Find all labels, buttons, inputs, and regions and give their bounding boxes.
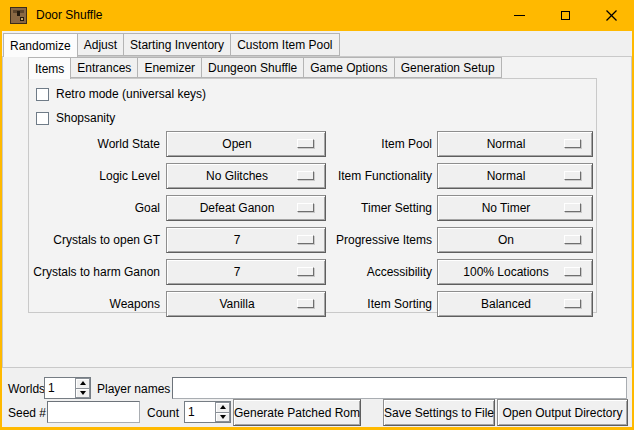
spinner-arrows (215, 402, 230, 422)
tab-game-options[interactable]: Game Options (303, 57, 394, 78)
dropdown-value: Balanced (481, 297, 531, 311)
progressive-items-dropdown[interactable]: On (437, 227, 593, 253)
checkbox-icon (36, 88, 49, 101)
logic-level-label: Logic Level (0, 163, 160, 189)
dropdown-indicator-icon (564, 171, 581, 180)
dropdown-value: Vanilla (219, 297, 254, 311)
window-border (0, 0, 2, 430)
dropdown-value: 7 (234, 233, 241, 247)
arrow-down-icon (220, 415, 226, 419)
dropdown-value: Normal (487, 137, 526, 151)
dropdown-value: 100% Locations (463, 265, 548, 279)
crystals-harm-ganon-label: Crystals to harm Ganon (0, 259, 160, 285)
goal-label: Goal (0, 195, 160, 221)
dropdown-value: Normal (487, 169, 526, 183)
tab-custom-item-pool[interactable]: Custom Item Pool (230, 33, 339, 56)
tab-dungeon-shuffle[interactable]: Dungeon Shuffle (201, 57, 304, 78)
tab-adjust[interactable]: Adjust (77, 33, 124, 56)
arrow-up-icon (220, 405, 226, 409)
dropdown-indicator-icon (564, 139, 581, 148)
minimize-button[interactable] (496, 0, 542, 31)
count-input[interactable] (185, 402, 215, 422)
dropdown-value: On (498, 233, 514, 247)
world-state-label: World State (0, 131, 160, 157)
dropdown-indicator-icon (564, 235, 581, 244)
titlebar: Door Shuffle (0, 0, 634, 31)
tab-label: Starting Inventory (130, 38, 224, 52)
generate-patched-rom-button[interactable]: Generate Patched Rom (233, 399, 361, 426)
checkbox-label: Retro mode (universal keys) (56, 87, 206, 101)
count-spinner (184, 401, 231, 423)
tab-starting-inventory[interactable]: Starting Inventory (123, 33, 231, 56)
item-functionality-dropdown[interactable]: Normal (437, 163, 593, 189)
checkbox-icon (36, 112, 49, 125)
tab-label: Randomize (10, 39, 71, 53)
tab-label: Dungeon Shuffle (208, 61, 297, 75)
accessibility-label: Accessibility (280, 259, 432, 285)
weapons-label: Weapons (0, 291, 160, 317)
seed-input[interactable] (47, 401, 140, 423)
item-pool-label: Item Pool (280, 131, 432, 157)
progressive-items-label: Progressive Items (280, 227, 432, 253)
window-title: Door Shuffle (36, 0, 103, 31)
arrow-up-icon (80, 381, 86, 385)
tab-randomize[interactable]: Randomize (3, 33, 78, 57)
close-icon (606, 10, 617, 21)
dropdown-value: No Timer (482, 201, 531, 215)
worlds-label: Worlds (8, 378, 45, 400)
tab-enemizer[interactable]: Enemizer (137, 57, 202, 78)
player-names-input[interactable] (172, 377, 627, 399)
worlds-down-button[interactable] (75, 388, 90, 399)
dropdown-indicator-icon (564, 299, 581, 308)
dropdown-value: Defeat Ganon (200, 201, 275, 215)
inner-tab-bar: Items Entrances Enemizer Dungeon Shuffle… (28, 57, 502, 79)
outer-tab-bar: Randomize Adjust Starting Inventory Cust… (3, 33, 340, 57)
shopsanity-checkbox[interactable]: Shopsanity (36, 110, 115, 126)
tab-label: Custom Item Pool (237, 38, 332, 52)
timer-setting-dropdown[interactable]: No Timer (437, 195, 593, 221)
worlds-spinner (44, 377, 91, 399)
tab-generation-setup[interactable]: Generation Setup (394, 57, 502, 78)
item-sorting-label: Item Sorting (280, 291, 432, 317)
item-pool-dropdown[interactable]: Normal (437, 131, 593, 157)
dropdown-value: Open (222, 137, 251, 151)
count-label: Count (147, 402, 179, 424)
timer-setting-label: Timer Setting (280, 195, 432, 221)
checkbox-label: Shopsanity (56, 111, 115, 125)
spinner-arrows (75, 378, 90, 398)
close-button[interactable] (588, 0, 634, 31)
item-functionality-label: Item Functionality (280, 163, 432, 189)
app-door-icon (10, 7, 27, 24)
save-settings-button[interactable]: Save Settings to File (383, 399, 495, 426)
tab-label: Enemizer (144, 61, 195, 75)
dropdown-indicator-icon (564, 267, 581, 276)
door-shuffle-window: Door Shuffle Randomize Adjust Starting I… (0, 0, 634, 430)
tab-label: Entrances (77, 61, 131, 75)
player-names-label: Player names (97, 378, 170, 400)
tab-items[interactable]: Items (28, 57, 71, 79)
item-sorting-dropdown[interactable]: Balanced (437, 291, 593, 317)
tab-entrances[interactable]: Entrances (70, 57, 138, 78)
seed-label: Seed # (8, 402, 46, 424)
tab-label: Adjust (84, 38, 117, 52)
arrow-down-icon (80, 391, 86, 395)
open-output-directory-button[interactable]: Open Output Directory (497, 399, 628, 426)
worlds-input[interactable] (45, 378, 75, 398)
maximize-button[interactable] (542, 0, 588, 31)
minimize-icon (514, 15, 525, 16)
dropdown-indicator-icon (564, 203, 581, 212)
dropdown-value: No Glitches (206, 169, 268, 183)
tab-label: Items (35, 62, 64, 76)
accessibility-dropdown[interactable]: 100% Locations (437, 259, 593, 285)
maximize-icon (561, 11, 570, 20)
dropdown-value: 7 (234, 265, 241, 279)
tab-label: Game Options (310, 61, 387, 75)
count-down-button[interactable] (215, 412, 230, 423)
tab-label: Generation Setup (401, 61, 495, 75)
retro-mode-checkbox[interactable]: Retro mode (universal keys) (36, 86, 206, 102)
crystals-open-gt-label: Crystals to open GT (0, 227, 160, 253)
